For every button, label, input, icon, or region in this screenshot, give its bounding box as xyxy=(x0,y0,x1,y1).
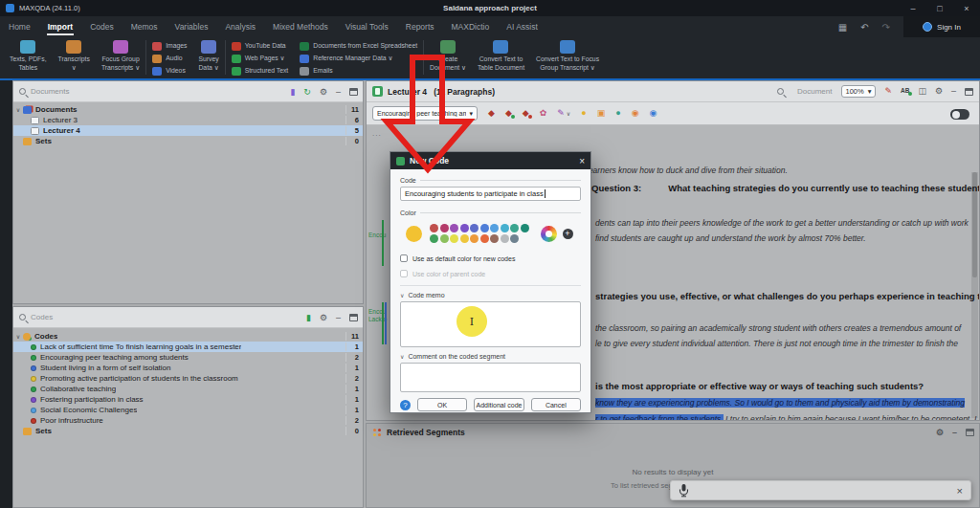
color-swatch[interactable] xyxy=(450,234,458,243)
code-item-lack-of-sufficient-time-to-finish-learning-goals-in-a-semester[interactable]: Lack of sufficient time To finish learni… xyxy=(13,342,363,352)
quick-code-dropdown[interactable]: Encouraging peer teaching among students… xyxy=(372,106,478,121)
minimize-panel-icon[interactable]: – xyxy=(336,88,341,97)
table-view-icon[interactable]: ▦ xyxy=(838,22,847,33)
menu-tab-reports[interactable]: Reports xyxy=(397,16,443,37)
ribbon-button-structured-text[interactable]: Structured Text xyxy=(232,65,289,77)
menu-tab-mixed-methods[interactable]: Mixed Methods xyxy=(264,16,337,37)
color-swatch[interactable] xyxy=(470,234,479,243)
code-in-vivo-icon[interactable]: ◆ xyxy=(523,109,529,118)
search-icon[interactable] xyxy=(19,88,26,95)
undo-icon[interactable]: ↶ xyxy=(860,22,868,33)
document-item-lecturer-3[interactable]: Lecturer 36 xyxy=(13,115,363,125)
comment-section-header[interactable]: ∨ Comment on the coded segment xyxy=(400,353,581,360)
settings-icon[interactable]: ⚙ xyxy=(320,314,327,322)
menu-tab-codes[interactable]: Codes xyxy=(81,16,122,37)
settings-icon[interactable]: ⚙ xyxy=(935,87,943,96)
code-item-collaborative-teaching[interactable]: Collaborative teaching1 xyxy=(13,384,363,394)
document-item-lecturer-4[interactable]: Lecturer 45 xyxy=(13,125,363,136)
ribbon-button-survey-data[interactable]: SurveyData ∨ xyxy=(192,37,224,72)
new-code-icon[interactable]: ▮ xyxy=(306,314,311,322)
tree-chevron-icon[interactable]: ∨ xyxy=(13,333,23,340)
focus-group-coding-icon[interactable]: ◉ xyxy=(650,109,657,118)
undock-panel-icon[interactable] xyxy=(965,88,973,96)
undock-panel-icon[interactable] xyxy=(349,314,358,321)
sign-in-button[interactable]: Sign In xyxy=(903,16,980,37)
document-item-documents[interactable]: ∨Documents11 xyxy=(13,104,363,115)
menu-tab-ai-assist[interactable]: AI Assist xyxy=(498,16,546,37)
settings-icon[interactable]: ⚙ xyxy=(320,88,327,97)
ribbon-button-convert-text-to-focus-group-transcript[interactable]: Convert Text to FocusGroup Transcript ∨ xyxy=(530,37,605,72)
ribbon-button-images[interactable]: Images xyxy=(152,40,187,52)
cancel-button[interactable]: Cancel xyxy=(531,398,581,411)
menu-tab-maxdictio[interactable]: MAXDictio xyxy=(443,16,499,37)
menu-tab-import[interactable]: Import xyxy=(39,16,81,37)
code-item-social-economic-challenges[interactable]: Social Economic Challenges1 xyxy=(13,405,363,415)
menu-tab-memos[interactable]: Memos xyxy=(122,16,167,37)
ribbon-button-videos[interactable]: Videos xyxy=(152,65,187,77)
color-swatch[interactable] xyxy=(440,234,449,243)
undock-panel-icon[interactable] xyxy=(966,429,974,436)
color-swatch[interactable] xyxy=(470,224,479,232)
memos-icon[interactable]: ▮ xyxy=(290,88,295,97)
search-icon[interactable] xyxy=(777,88,784,95)
emoticode-flower-icon[interactable]: ✿ xyxy=(540,109,547,118)
ribbon-button-audio[interactable]: Audio xyxy=(152,53,187,64)
split-view-icon[interactable]: ◫ xyxy=(918,87,926,96)
color-swatch[interactable] xyxy=(501,234,509,243)
spellcheck-icon[interactable]: AB xyxy=(901,88,909,95)
color-swatch[interactable] xyxy=(480,234,489,243)
minimize-panel-icon[interactable]: – xyxy=(336,314,341,322)
ribbon-button-documents-from-excel-spreadsheet[interactable]: Documents from Excel Spreadsheet xyxy=(300,40,417,52)
code-memo-textarea[interactable]: I xyxy=(400,301,581,347)
add-color-button[interactable]: + xyxy=(563,229,573,239)
code-item-fostering-participation-in-class[interactable]: Fostering participation in class1 xyxy=(13,394,363,405)
menu-tab-visual-tools[interactable]: Visual Tools xyxy=(337,16,397,37)
close-button[interactable]: × xyxy=(953,0,980,16)
ribbon-button-web-pages[interactable]: Web Pages ∨ xyxy=(232,53,289,64)
dialog-close-button[interactable]: × xyxy=(579,156,585,166)
color-wheel-icon[interactable] xyxy=(541,226,557,242)
minimize-panel-icon[interactable]: – xyxy=(952,429,957,437)
color-swatch[interactable] xyxy=(490,234,499,243)
comment-icon[interactable]: ◉ xyxy=(632,109,639,118)
minimize-panel-icon[interactable]: – xyxy=(951,87,956,96)
settings-icon[interactable]: ⚙ xyxy=(936,429,944,437)
code-favorite-icon[interactable]: ◆ xyxy=(505,109,512,118)
zoom-select[interactable]: 100%▾ xyxy=(841,85,877,98)
creative-coding-icon[interactable]: ▣ xyxy=(597,109,606,118)
code-lock-icon[interactable]: ● xyxy=(615,109,620,118)
comment-textarea[interactable] xyxy=(400,363,581,392)
menu-tab-variables[interactable]: Variables xyxy=(167,16,217,37)
dialog-title-bar[interactable]: New Code × xyxy=(390,152,590,169)
color-swatch[interactable] xyxy=(450,224,458,232)
close-icon[interactable]: × xyxy=(957,485,963,497)
code-item-encouraging-peer-teaching-among-students[interactable]: Encouraging peer teaching among students… xyxy=(13,352,363,363)
code-item-sets[interactable]: Sets0 xyxy=(13,426,363,436)
code-name-input[interactable]: Encouraging students to participate in c… xyxy=(400,187,581,201)
ribbon-button-reference-manager-data[interactable]: Reference Manager Data ∨ xyxy=(300,53,417,64)
color-swatch[interactable] xyxy=(430,224,438,232)
code-item-promoting-active-participation-of-students-in-the-classroom[interactable]: Promoting active participation of studen… xyxy=(13,373,363,384)
color-swatch[interactable] xyxy=(480,224,489,232)
ribbon-button-transcripts[interactable]: Transcripts∨ xyxy=(53,37,96,72)
color-swatch[interactable] xyxy=(521,224,529,232)
color-swatch[interactable] xyxy=(430,234,438,243)
color-swatch[interactable] xyxy=(460,224,469,232)
tree-chevron-icon[interactable]: ∨ xyxy=(13,106,23,113)
redo-icon[interactable]: ↷ xyxy=(882,22,890,33)
help-icon[interactable]: ? xyxy=(400,400,411,410)
ribbon-button-emails[interactable]: Emails xyxy=(300,65,417,77)
code-item-codes[interactable]: ∨Codes11 xyxy=(13,331,363,342)
ok-button[interactable]: OK xyxy=(417,398,467,411)
code-icon[interactable]: ◆ xyxy=(488,109,495,118)
code-memo-section-header[interactable]: ∨ Code memo xyxy=(400,292,581,298)
dictation-bar[interactable]: × xyxy=(670,480,971,500)
color-swatch[interactable] xyxy=(490,224,499,232)
minimize-button[interactable]: – xyxy=(900,0,926,16)
menu-tab-home[interactable]: Home xyxy=(0,16,39,37)
color-swatch[interactable] xyxy=(501,224,509,232)
edit-mode-toggle[interactable] xyxy=(950,109,969,120)
ribbon-button-convert-text-to-table-document[interactable]: Convert Text toTable Document xyxy=(472,37,530,72)
additional-code-button[interactable]: Additional code xyxy=(474,398,523,411)
ribbon-button-create-document[interactable]: CreateDocument ∨ xyxy=(424,37,472,72)
